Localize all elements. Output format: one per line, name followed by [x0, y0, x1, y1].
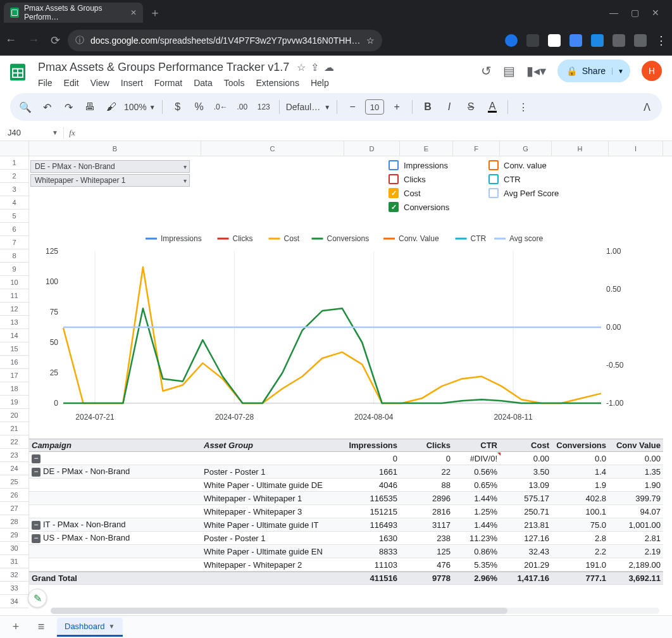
all-sheets-icon[interactable]: ≡	[32, 620, 51, 634]
ext-icon[interactable]	[526, 34, 539, 47]
strikethrough-icon[interactable]: S	[462, 98, 480, 116]
row-header[interactable]: 34	[0, 595, 28, 608]
zoom-dropdown[interactable]: 100% ▼	[124, 102, 156, 112]
metric-checkbox[interactable]: Clicks	[389, 174, 426, 184]
row-header[interactable]: 10	[0, 276, 28, 289]
metric-checkbox[interactable]: Conv. value	[488, 160, 547, 170]
row-header[interactable]: 24	[0, 462, 28, 475]
redo-icon[interactable]: ↷	[59, 98, 77, 116]
share-dropdown-icon[interactable]: ▼	[612, 68, 624, 75]
menu-data[interactable]: Data	[194, 78, 213, 88]
row-header[interactable]: 9	[0, 263, 28, 276]
comments-icon[interactable]: ▤	[503, 63, 515, 78]
row-header[interactable]: 23	[0, 449, 28, 462]
row-header[interactable]: 16	[0, 356, 28, 369]
collapse-group-icon[interactable]: −	[32, 521, 40, 530]
ext-icon[interactable]	[505, 34, 518, 47]
col-header[interactable]: E	[400, 141, 453, 156]
font-dropdown[interactable]: Defaul…▼	[286, 102, 330, 112]
row-header[interactable]: 25	[0, 475, 28, 489]
account-avatar[interactable]: H	[642, 61, 662, 81]
row-header[interactable]: 12	[0, 303, 28, 316]
decrease-decimal-icon[interactable]: .0←	[212, 98, 230, 116]
ext-icon[interactable]	[548, 34, 561, 47]
menu-edit[interactable]: Edit	[64, 78, 79, 88]
row-header[interactable]: 31	[0, 555, 28, 568]
row-header[interactable]: 32	[0, 568, 28, 582]
row-header[interactable]: 6	[0, 223, 28, 236]
row-header[interactable]: 29	[0, 529, 28, 542]
currency-icon[interactable]: $	[169, 98, 187, 116]
sheets-logo-icon[interactable]	[5, 59, 30, 85]
collapse-group-icon[interactable]: −	[32, 454, 40, 463]
sheet-tab-dashboard[interactable]: Dashboard▼	[57, 618, 123, 637]
percent-icon[interactable]: %	[190, 98, 208, 116]
undo-icon[interactable]: ↶	[38, 98, 56, 116]
row-header[interactable]: 17	[0, 369, 28, 382]
metric-checkbox[interactable]: Avg Perf Score	[488, 188, 559, 198]
row-header[interactable]: 26	[0, 489, 28, 502]
meet-icon[interactable]: ▮◂▾	[526, 63, 546, 78]
menu-extensions[interactable]: Extensions	[256, 78, 299, 88]
close-window-icon[interactable]: ✕	[652, 8, 659, 18]
col-header[interactable]: H	[552, 141, 609, 156]
italic-icon[interactable]: I	[440, 98, 458, 116]
row-header[interactable]: 21	[0, 422, 28, 435]
decrease-font-icon[interactable]: −	[344, 98, 361, 116]
add-sheet-icon[interactable]: +	[6, 620, 25, 634]
explore-button[interactable]: ✎	[28, 589, 47, 608]
row-header[interactable]: 27	[0, 502, 28, 515]
collapse-group-icon[interactable]: −	[32, 534, 40, 543]
row-header[interactable]: 28	[0, 515, 28, 529]
metric-checkbox[interactable]: ✓Conversions	[389, 202, 449, 212]
share-button[interactable]: 🔒 Share ▼	[557, 59, 630, 82]
campaign-filter-dropdown[interactable]: DE - PMax - Non-Brand	[30, 160, 190, 173]
row-header[interactable]: 20	[0, 409, 28, 422]
extensions-icon[interactable]	[634, 34, 647, 47]
col-header[interactable]: B	[29, 141, 201, 156]
asset-group-filter-dropdown[interactable]: Whitepaper - Whitepaper 1	[30, 174, 190, 187]
sheet-tab-menu-icon[interactable]: ▼	[109, 623, 115, 630]
move-icon[interactable]: ⇪	[311, 61, 319, 73]
minimize-icon[interactable]: ―	[609, 8, 618, 18]
address-bar[interactable]: ⓘ docs.google.com/spreadsheets/d/1V4P7F3…	[68, 30, 382, 51]
metric-checkbox[interactable]: CTR	[488, 174, 521, 184]
new-tab-button[interactable]: ＋	[149, 5, 161, 20]
print-icon[interactable]: 🖶	[81, 98, 99, 116]
row-header[interactable]: 13	[0, 316, 28, 329]
horizontal-scrollbar[interactable]	[51, 608, 659, 614]
collapse-toolbar-icon[interactable]: ᐱ	[638, 98, 656, 116]
row-header[interactable]: 7	[0, 236, 28, 249]
row-header[interactable]: 8	[0, 249, 28, 263]
ext-icon[interactable]	[613, 34, 625, 47]
back-icon[interactable]: ←	[5, 34, 16, 47]
paint-format-icon[interactable]: 🖌	[103, 98, 120, 116]
doc-title[interactable]: Pmax Assets & Groups Performance Tracker…	[35, 59, 292, 75]
close-tab-icon[interactable]: ✕	[130, 8, 137, 17]
menu-tools[interactable]: Tools	[224, 78, 245, 88]
row-header[interactable]: 18	[0, 382, 28, 396]
col-header[interactable]: G	[500, 141, 552, 156]
row-header[interactable]: 19	[0, 396, 28, 409]
maximize-icon[interactable]: ▢	[631, 8, 639, 18]
site-info-icon[interactable]: ⓘ	[75, 35, 84, 46]
row-header[interactable]: 33	[0, 582, 28, 595]
row-header[interactable]: 14	[0, 329, 28, 342]
row-header[interactable]: 1	[0, 156, 28, 170]
row-header[interactable]: 5	[0, 210, 28, 223]
history-icon[interactable]: ↺	[481, 63, 492, 78]
col-header[interactable]: D	[344, 141, 400, 156]
name-box[interactable]: J40▼	[0, 128, 63, 137]
bold-icon[interactable]: B	[419, 98, 437, 116]
metric-checkbox[interactable]: Impressions	[389, 160, 448, 170]
menu-insert[interactable]: Insert	[121, 78, 143, 88]
menu-view[interactable]: View	[90, 78, 109, 88]
row-header[interactable]: 11	[0, 289, 28, 303]
row-header[interactable]: 3	[0, 183, 28, 196]
star-icon[interactable]: ☆	[297, 61, 306, 73]
more-toolbar-icon[interactable]: ⋮	[514, 98, 532, 116]
text-color-icon[interactable]: A	[483, 98, 501, 116]
bookmark-icon[interactable]: ☆	[366, 35, 375, 46]
chrome-menu-icon[interactable]: ⋮	[656, 34, 667, 47]
col-header[interactable]: C	[201, 141, 344, 156]
